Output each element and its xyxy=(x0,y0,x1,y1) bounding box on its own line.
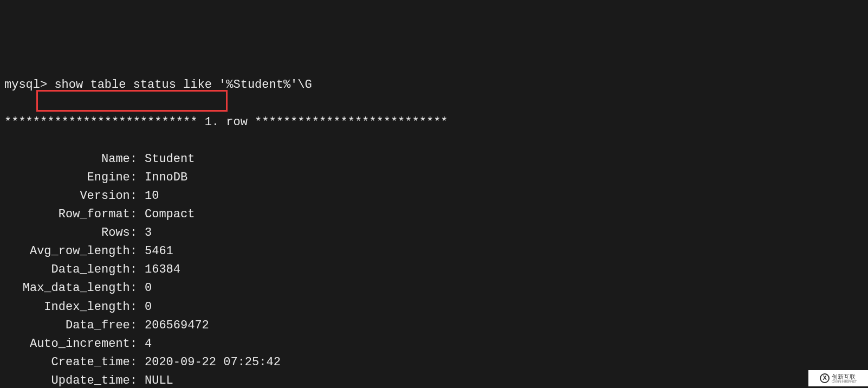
field-row: Index_length:0 xyxy=(4,298,864,316)
field-value: 206569472 xyxy=(137,316,209,335)
field-row: Engine:InnoDB xyxy=(4,169,864,187)
field-row: Rows:3 xyxy=(4,224,864,242)
field-value: 3 xyxy=(137,224,152,242)
field-value: 4 xyxy=(137,335,152,353)
field-label: Create_time: xyxy=(4,353,137,372)
row-header: *************************** 1. row *****… xyxy=(4,113,864,132)
field-label: Data_free: xyxy=(4,316,137,335)
command-text: show table status like '%Student%'\G xyxy=(54,78,312,92)
field-value: 5461 xyxy=(137,242,173,261)
command-line: mysql> show table status like '%Student%… xyxy=(4,76,864,94)
field-row: Avg_row_length:5461 xyxy=(4,242,864,261)
field-value: Student xyxy=(137,150,195,169)
mysql-prompt: mysql> xyxy=(4,78,54,92)
watermark-icon: X xyxy=(820,373,830,383)
watermark-main: 创新互联 xyxy=(832,374,857,380)
field-label: Engine: xyxy=(4,169,137,187)
field-label: Row_format: xyxy=(4,205,137,224)
watermark-logo: X 创新互联 CXXIN INTERNET xyxy=(808,370,868,386)
field-label: Index_length: xyxy=(4,298,137,316)
field-row: Data_free:206569472 xyxy=(4,316,864,335)
field-label: Rows: xyxy=(4,224,137,242)
field-row: Auto_increment:4 xyxy=(4,335,864,353)
field-row: Data_length:16384 xyxy=(4,261,864,279)
field-value: 0 xyxy=(137,298,152,316)
field-label: Version: xyxy=(4,187,137,205)
field-label: Name: xyxy=(4,150,137,169)
field-label: Data_length: xyxy=(4,261,137,279)
field-row: Create_time:2020-09-22 07:25:42 xyxy=(4,353,864,372)
field-row: Max_data_length:0 xyxy=(4,279,864,298)
field-label: Auto_increment: xyxy=(4,335,137,353)
field-row: Update_time:NULL xyxy=(4,372,864,388)
watermark-sub: CXXIN INTERNET xyxy=(832,380,857,383)
field-label: Update_time: xyxy=(4,372,137,388)
fields-container: Name:StudentEngine:InnoDBVersion:10Row_f… xyxy=(4,150,864,388)
field-row: Version:10 xyxy=(4,187,864,205)
field-value: 0 xyxy=(137,279,152,298)
field-label: Max_data_length: xyxy=(4,279,137,298)
field-value: 2020-09-22 07:25:42 xyxy=(137,353,281,372)
field-value: InnoDB xyxy=(137,169,187,187)
field-row: Row_format:Compact xyxy=(4,205,864,224)
field-label: Avg_row_length: xyxy=(4,242,137,261)
field-value: NULL xyxy=(137,372,173,388)
field-value: 16384 xyxy=(137,261,180,279)
field-value: Compact xyxy=(137,205,195,224)
field-value: 10 xyxy=(137,187,159,205)
field-row: Name:Student xyxy=(4,150,864,169)
watermark-text: 创新互联 CXXIN INTERNET xyxy=(832,374,857,383)
